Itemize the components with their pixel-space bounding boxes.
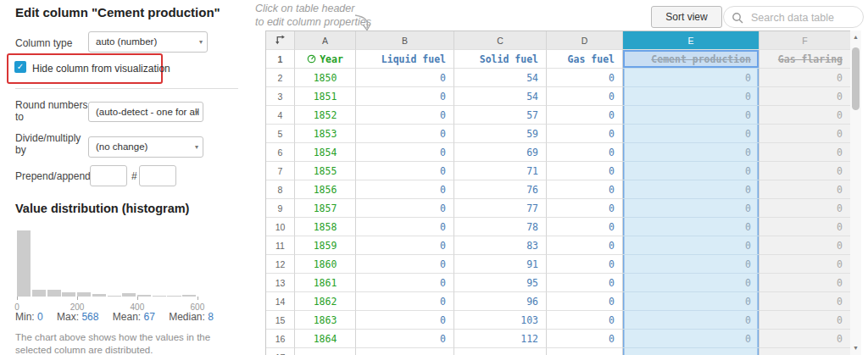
table-cell[interactable]: 1854: [295, 143, 356, 162]
table-cell[interactable]: 0: [623, 236, 760, 255]
table-cell[interactable]: 0: [547, 162, 623, 180]
table-cell[interactable]: 0: [356, 106, 454, 125]
table-cell[interactable]: 0: [623, 311, 760, 330]
table-cell[interactable]: 0: [547, 274, 623, 292]
table-cell[interactable]: 0: [760, 311, 850, 330]
scroll-down-icon[interactable]: ▼: [850, 343, 861, 353]
table-cell[interactable]: 0: [623, 218, 760, 236]
table-cell[interactable]: 0: [547, 125, 623, 143]
table-cell[interactable]: 0: [356, 292, 454, 311]
column-name-cell[interactable]: Liquid fuel: [356, 50, 454, 69]
table-cell[interactable]: 69: [454, 143, 547, 162]
divide-multiply-select[interactable]: (no change) ▾: [88, 136, 203, 158]
table-cell[interactable]: 0: [623, 87, 760, 106]
table-cell[interactable]: 0: [623, 106, 760, 125]
table-cell[interactable]: 0: [623, 143, 760, 162]
hide-column-label[interactable]: Hide column from visualization: [32, 63, 170, 75]
table-cell[interactable]: 0: [760, 255, 850, 274]
table-cell[interactable]: 0: [547, 255, 623, 274]
table-cell[interactable]: [760, 348, 850, 355]
table-cell[interactable]: 0: [760, 162, 850, 180]
table-cell[interactable]: 0: [547, 292, 623, 311]
table-cell[interactable]: 0: [623, 162, 760, 180]
table-cell[interactable]: 1864: [295, 330, 356, 348]
table-cell[interactable]: 0: [356, 199, 454, 218]
table-cell[interactable]: 0: [760, 106, 850, 125]
table-cell[interactable]: 0: [547, 69, 623, 87]
table-cell[interactable]: 0: [760, 236, 850, 255]
column-name-cell[interactable]: Gas fuel: [547, 50, 623, 69]
table-cell[interactable]: 0: [547, 236, 623, 255]
table-cell[interactable]: 57: [454, 106, 547, 125]
search-input[interactable]: [749, 8, 860, 27]
table-cell[interactable]: 1861: [295, 274, 356, 292]
table-cell[interactable]: 103: [454, 311, 547, 330]
column-letter-D[interactable]: D: [547, 31, 623, 50]
table-cell[interactable]: 1857: [295, 199, 356, 218]
scroll-up-icon[interactable]: ▲: [850, 32, 861, 42]
table-cell[interactable]: [454, 348, 547, 355]
table-cell[interactable]: 1850: [295, 69, 356, 87]
table-cell[interactable]: 0: [760, 292, 850, 311]
transpose-icon[interactable]: [266, 31, 295, 50]
table-cell[interactable]: 54: [454, 87, 547, 106]
table-cell[interactable]: 1855: [295, 162, 356, 180]
table-cell[interactable]: [623, 348, 760, 355]
table-cell[interactable]: 0: [760, 125, 850, 143]
table-cell[interactable]: 0: [623, 292, 760, 311]
table-cell[interactable]: 1859: [295, 236, 356, 255]
table-cell[interactable]: 0: [623, 125, 760, 143]
table-cell[interactable]: 0: [760, 180, 850, 199]
table-cell[interactable]: [547, 348, 623, 355]
table-cell[interactable]: 0: [760, 69, 850, 87]
table-cell[interactable]: 0: [547, 199, 623, 218]
table-cell[interactable]: 0: [760, 143, 850, 162]
scrollbar-thumb[interactable]: [852, 47, 860, 110]
table-cell[interactable]: 0: [623, 330, 760, 348]
table-cell[interactable]: 0: [547, 218, 623, 236]
table-cell[interactable]: [356, 348, 454, 355]
column-letter-B[interactable]: B: [356, 31, 454, 50]
table-cell[interactable]: 0: [623, 180, 760, 199]
table-cell[interactable]: 77: [454, 199, 547, 218]
table-cell[interactable]: 0: [356, 236, 454, 255]
column-letter-A[interactable]: A: [295, 31, 356, 50]
table-cell[interactable]: 0: [356, 87, 454, 106]
table-cell[interactable]: 0: [356, 143, 454, 162]
table-cell[interactable]: 0: [623, 255, 760, 274]
vertical-scrollbar[interactable]: ▲ ▼: [850, 31, 861, 355]
column-name-cell[interactable]: Solid fuel: [454, 50, 547, 69]
hide-column-checkbox[interactable]: ✓: [14, 61, 26, 73]
prepend-input[interactable]: [90, 165, 127, 186]
table-cell[interactable]: 0: [356, 162, 454, 180]
table-cell[interactable]: 54: [454, 69, 547, 87]
table-cell[interactable]: 95: [454, 274, 547, 292]
column-name-cell[interactable]: Cement production: [623, 50, 760, 69]
table-cell[interactable]: 0: [760, 330, 850, 348]
table-cell[interactable]: 1858: [295, 218, 356, 236]
table-cell[interactable]: 0: [547, 87, 623, 106]
column-letter-C[interactable]: C: [454, 31, 547, 50]
table-cell[interactable]: 1863: [295, 311, 356, 330]
table-cell[interactable]: 0: [547, 143, 623, 162]
table-cell[interactable]: 1852: [295, 106, 356, 125]
table-cell[interactable]: 0: [356, 218, 454, 236]
sort-view-button[interactable]: Sort view by...▾: [651, 6, 722, 28]
table-cell[interactable]: 76: [454, 180, 547, 199]
table-cell[interactable]: 0: [356, 125, 454, 143]
table-cell[interactable]: 0: [356, 311, 454, 330]
column-letter-F[interactable]: F: [760, 31, 850, 50]
table-cell[interactable]: 59: [454, 125, 547, 143]
table-cell[interactable]: 1860: [295, 255, 356, 274]
column-type-select[interactable]: auto (number) ▾: [88, 31, 208, 53]
table-cell[interactable]: 112: [454, 330, 547, 348]
table-cell[interactable]: 83: [454, 236, 547, 255]
table-cell[interactable]: 0: [356, 69, 454, 87]
table-cell[interactable]: 0: [623, 274, 760, 292]
column-letter-E[interactable]: E: [623, 31, 760, 50]
table-cell[interactable]: 0: [547, 180, 623, 199]
table-cell[interactable]: 0: [760, 218, 850, 236]
table-cell[interactable]: 0: [760, 274, 850, 292]
table-cell[interactable]: 0: [623, 199, 760, 218]
table-cell[interactable]: 91: [454, 255, 547, 274]
